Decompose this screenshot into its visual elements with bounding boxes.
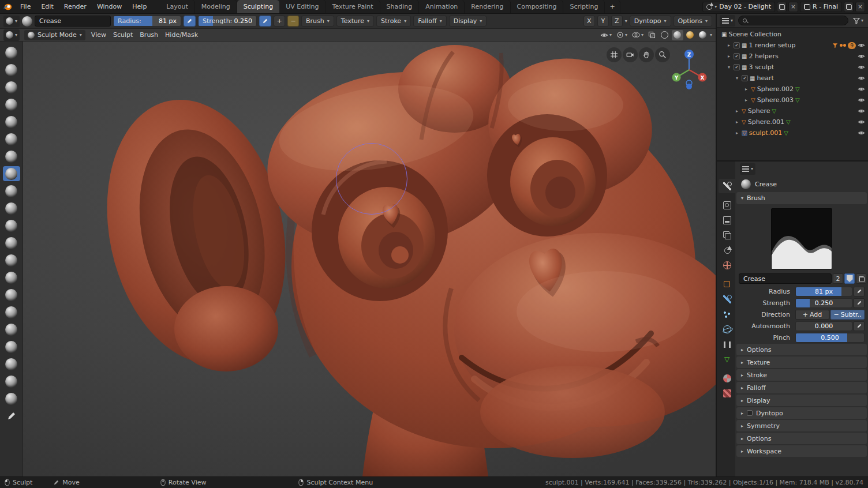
outliner-row-sphere[interactable]: ▸ ▽ Sphere ▽: [717, 106, 868, 117]
brush-draw-sharp[interactable]: [3, 62, 20, 77]
outliner-search[interactable]: [738, 16, 848, 25]
panel-workspace[interactable]: ▸Workspace: [736, 445, 867, 457]
sculpt-canvas[interactable]: [23, 42, 716, 476]
collapse-arrow-icon[interactable]: ▾: [726, 65, 732, 70]
workspace-tab-scripting[interactable]: Scripting: [563, 0, 605, 13]
brush-users-button[interactable]: 2: [833, 273, 843, 284]
panel-falloff[interactable]: ▸Falloff: [736, 382, 867, 393]
outliner-editor-dropdown[interactable]: ▾: [720, 15, 735, 27]
radius-pressure-toggle[interactable]: [184, 16, 196, 27]
direction-add-toggle[interactable]: +: [274, 16, 285, 27]
brush-grab[interactable]: [3, 270, 20, 285]
workspace-tab-animation[interactable]: Animation: [419, 0, 465, 13]
collection-checkbox[interactable]: ✓: [734, 53, 740, 59]
hide-in-viewport-eye-icon[interactable]: [858, 42, 865, 49]
properties-editor-dropdown[interactable]: ▾: [740, 163, 755, 175]
expand-arrow-icon[interactable]: ▸: [734, 119, 740, 125]
panel-symmetry[interactable]: ▸Symmetry: [736, 420, 867, 431]
outliner-item-label[interactable]: 3 sculpt: [749, 63, 774, 71]
brush-mask[interactable]: [3, 391, 20, 406]
tab-output[interactable]: [719, 213, 735, 227]
brush-nudge[interactable]: [3, 356, 20, 371]
mirror-x-toggle[interactable]: X: [583, 16, 595, 27]
panel-options-2[interactable]: ▸Options: [736, 433, 867, 444]
tab-object-data[interactable]: ▽: [719, 352, 735, 366]
pan-view-button[interactable]: [639, 47, 654, 62]
panel-texture[interactable]: ▸Texture: [736, 356, 867, 368]
collapse-arrow-icon[interactable]: ▾: [734, 76, 740, 81]
object-visibility-dropdown[interactable]: ▾: [598, 30, 613, 40]
workspace-tab-layout[interactable]: Layout: [160, 0, 194, 13]
brush-pinch[interactable]: [3, 253, 20, 268]
menu-window[interactable]: Window: [92, 0, 127, 13]
outliner-search-input[interactable]: [750, 17, 844, 24]
tab-material[interactable]: [719, 371, 735, 385]
hide-in-viewport-eye-icon[interactable]: [858, 118, 865, 126]
hide-in-viewport-eye-icon[interactable]: [858, 129, 865, 137]
editor-type-dropdown[interactable]: ▾: [3, 29, 20, 41]
autosmooth-slider[interactable]: 0.000: [795, 321, 852, 331]
options-dropdown[interactable]: Options▾: [674, 16, 712, 27]
expand-arrow-icon[interactable]: ▸: [743, 87, 749, 92]
strength-slider[interactable]: 0.250: [795, 298, 852, 308]
brush-dropdown[interactable]: Brush▾: [301, 16, 334, 27]
stroke-dropdown[interactable]: Stroke▾: [376, 16, 411, 27]
menu-view[interactable]: View: [90, 31, 107, 39]
hide-in-viewport-eye-icon[interactable]: [858, 52, 865, 60]
workspace-tab-shading[interactable]: Shading: [380, 0, 420, 13]
radius-slider[interactable]: Radius: 81 px: [113, 16, 181, 27]
outliner-item-label[interactable]: 1 render setup: [749, 42, 795, 49]
outliner-row-scene-collection[interactable]: ▣ Scene Collection: [717, 29, 868, 40]
zoom-view-button[interactable]: [655, 47, 670, 62]
viewport-3d[interactable]: Z X Y: [0, 42, 716, 476]
hide-in-viewport-eye-icon[interactable]: [858, 74, 865, 82]
tab-active-tool[interactable]: [719, 179, 735, 193]
autosmooth-pressure-toggle[interactable]: [854, 321, 865, 331]
menu-sculpt[interactable]: Sculpt: [112, 31, 134, 39]
workspace-tab-rendering[interactable]: Rendering: [465, 0, 510, 13]
outliner-item-label[interactable]: Sphere.002: [757, 85, 794, 93]
outliner-row-sculpt-collection[interactable]: ▾ ✓ ▦ 3 sculpt: [717, 62, 868, 73]
new-view-layer-button[interactable]: [844, 2, 854, 12]
dyntopo-dropdown[interactable]: Dyntopo▾: [630, 16, 671, 27]
brush-inflate[interactable]: [3, 132, 20, 147]
new-brush-button[interactable]: [856, 273, 866, 284]
expand-arrow-icon[interactable]: ▸: [734, 130, 740, 136]
expand-arrow-icon[interactable]: ▸: [726, 54, 732, 59]
brush-rotate[interactable]: [3, 374, 20, 389]
menu-hide-mask[interactable]: Hide/Mask: [164, 31, 199, 39]
shading-solid-button[interactable]: [672, 30, 683, 40]
hide-in-viewport-eye-icon[interactable]: [858, 63, 865, 71]
tab-particles[interactable]: [719, 307, 735, 321]
expand-arrow-icon[interactable]: ▸: [726, 43, 732, 48]
outliner-item-label[interactable]: 2 helpers: [749, 52, 778, 60]
active-tool-dropdown[interactable]: ▾: [3, 16, 20, 27]
direction-subtract-button[interactable]: −Subtr..: [830, 310, 865, 320]
brush-preview-image[interactable]: [771, 208, 832, 269]
outliner-row-sphere-003[interactable]: ▸ ▽ Sphere.003 ▽: [717, 95, 868, 106]
outliner-row-render-setup[interactable]: ▸ ✓ ▦ 1 render setup 9: [717, 40, 868, 51]
outliner-item-label[interactable]: Sphere: [748, 107, 770, 115]
tab-modifiers[interactable]: [719, 292, 735, 306]
collection-checkbox[interactable]: ✓: [734, 64, 740, 70]
camera-view-button[interactable]: [623, 47, 638, 62]
brush-blob[interactable]: [3, 149, 20, 164]
gizmos-dropdown[interactable]: ▾: [615, 30, 629, 40]
workspace-tab-uv-editing[interactable]: UV Editing: [279, 0, 326, 13]
brush-clay-strips[interactable]: [3, 97, 20, 112]
dyntopo-checkbox[interactable]: [747, 410, 753, 416]
outliner-row-sphere-002[interactable]: ▸ ▽ Sphere.002 ▽: [717, 84, 868, 95]
outliner-item-label[interactable]: sculpt.001: [749, 129, 783, 137]
menu-render[interactable]: Render: [59, 0, 92, 13]
outliner-item-label[interactable]: Scene Collection: [728, 31, 781, 38]
xray-toggle[interactable]: [646, 30, 658, 40]
tab-physics[interactable]: [719, 322, 735, 336]
brush-pose[interactable]: [3, 339, 20, 354]
texture-dropdown[interactable]: Texture▾: [336, 16, 374, 27]
scene-selector[interactable]: ▾ Day 02 - Delight: [702, 2, 775, 12]
tab-scene[interactable]: [719, 243, 735, 257]
brush-draw[interactable]: [3, 45, 20, 60]
strength-slider[interactable]: Strength: 0.250: [198, 16, 257, 27]
tool-annotate[interactable]: [3, 408, 20, 423]
camera-indicator-dot[interactable]: [686, 84, 692, 89]
